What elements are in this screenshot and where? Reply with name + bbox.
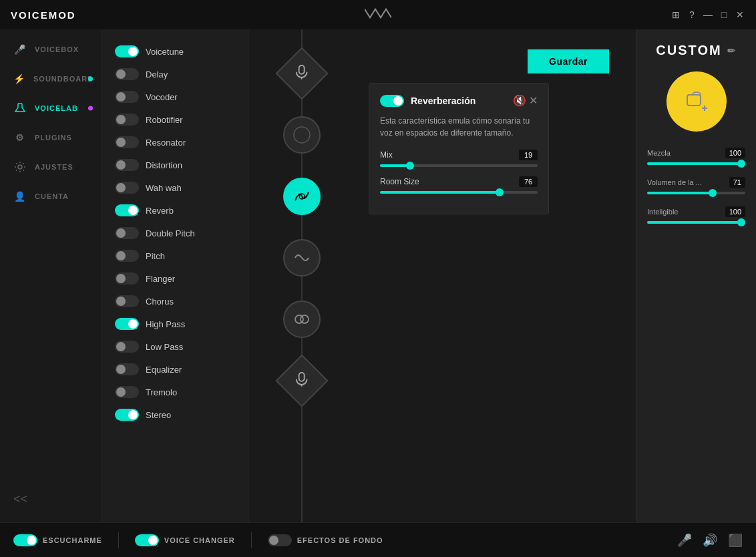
toggle-voicetune[interactable] (115, 45, 139, 57)
sidebar-item-voicebox[interactable]: 🎤 VOICEBOX (0, 35, 101, 64)
effect-row-equalizer[interactable]: Equalizer (102, 358, 248, 381)
effect-row-wahwah[interactable]: Wah wah (102, 176, 248, 199)
input-diamond-node[interactable] (275, 47, 328, 100)
close-icon[interactable]: ✕ (529, 94, 538, 107)
close-icon[interactable]: ✕ (735, 9, 745, 20)
sidebar-collapse-button[interactable]: << (0, 482, 101, 517)
toggle-equalizer[interactable] (115, 363, 139, 375)
toggle-robotifier[interactable] (115, 114, 139, 126)
sidebar-item-cuenta[interactable]: 👤 CUENTA (0, 182, 101, 211)
effect-label-vocoder: Vocoder (146, 92, 178, 102)
effect-label-robotifier: Robotifier (146, 115, 183, 125)
toggle-wahwah[interactable] (115, 182, 139, 194)
question-icon[interactable]: ? (687, 9, 697, 20)
mix-value: 19 (519, 150, 538, 160)
mezcla-track[interactable] (647, 162, 745, 165)
pipeline-node-rings[interactable] (283, 301, 321, 338)
pipeline-node-input[interactable] (283, 55, 321, 92)
reverb-toggle[interactable] (380, 95, 404, 107)
reverb-mute-close[interactable]: 🔇 ✕ (513, 94, 538, 107)
effect-label-delay: Delay (146, 69, 168, 79)
effect-row-distortion[interactable]: Distortion (102, 154, 248, 176)
toggle-highpass[interactable] (115, 318, 139, 330)
effect-row-chorus[interactable]: Chorus (102, 290, 248, 313)
mic-bottom-icon[interactable]: 🎤 (677, 533, 692, 548)
main-layout: 🎤 VOICEBOX ⚡ SOUNDBOARD VOICELAB ⚙ PLUGI… (0, 29, 756, 522)
effect-row-reverb[interactable]: Reverb (102, 199, 248, 222)
effect-row-resonator[interactable]: Resonator (102, 131, 248, 154)
window-controls: ⊞ ? — □ ✕ (671, 9, 745, 20)
effect-row-delay[interactable]: Delay (102, 63, 248, 85)
mix-slider-track[interactable] (380, 164, 538, 167)
avatar-add[interactable] (667, 71, 727, 132)
effect-row-highpass[interactable]: High Pass (102, 313, 248, 335)
escucharme-group: ESCUCHARME (13, 534, 102, 546)
effect-label-lowpass: Low Pass (146, 342, 183, 352)
rings-node[interactable] (283, 301, 321, 338)
wave-node[interactable] (283, 239, 321, 276)
effect-row-flanger[interactable]: Flanger (102, 267, 248, 290)
sidebar-label-soundboard: SOUNDBOARD (33, 75, 93, 83)
toggle-stereo[interactable] (115, 409, 139, 421)
inteligible-track[interactable] (647, 221, 745, 224)
reverb-node[interactable] (283, 178, 321, 215)
sidebar-item-ajustes[interactable]: AJUSTES (0, 152, 101, 182)
toggle-chorus[interactable] (115, 295, 139, 307)
pipeline-node-output[interactable] (283, 362, 321, 399)
right-panel: CUSTOM ✏ Mezcla 100 Volum (636, 29, 756, 522)
content-area: Guardar Reverberación 🔇 ✕ Esta caracterí… (355, 29, 636, 522)
toggle-flanger[interactable] (115, 272, 139, 285)
flask-icon (13, 102, 27, 115)
volumen-slider-section: Volumen de la ... 71 (647, 177, 745, 194)
output-diamond-node[interactable] (275, 354, 328, 407)
sidebar-item-soundboard[interactable]: ⚡ SOUNDBOARD (0, 64, 101, 94)
pipeline-node-circle1[interactable] (283, 116, 321, 154)
toggle-tremolo[interactable] (115, 386, 139, 398)
effect-node-1[interactable] (283, 116, 321, 154)
effect-row-vocoder[interactable]: Vocoder (102, 85, 248, 108)
toggle-distortion[interactable] (115, 159, 139, 171)
toggle-doublepitch[interactable] (115, 227, 139, 239)
sidebar-item-voicelab[interactable]: VOICELAB (0, 94, 101, 123)
pipeline-node-wave[interactable] (283, 239, 321, 276)
maximize-icon[interactable]: □ (719, 9, 729, 20)
sidebar-item-plugins[interactable]: ⚙ PLUGINS (0, 123, 101, 152)
custom-title-row: CUSTOM ✏ (656, 43, 736, 58)
volumen-value: 71 (729, 177, 745, 188)
effect-row-robotifier[interactable]: Robotifier (102, 108, 248, 131)
escucharme-toggle[interactable] (13, 534, 37, 546)
guardar-button[interactable]: Guardar (528, 49, 609, 73)
edit-icon[interactable]: ✏ (727, 45, 737, 56)
speaker-icon: 🔇 (513, 94, 526, 107)
pipeline-node-reverb[interactable] (283, 178, 321, 215)
toggle-pitch[interactable] (115, 250, 139, 262)
grid-icon[interactable]: ⊞ (671, 9, 681, 20)
effect-row-tremolo[interactable]: Tremolo (102, 381, 248, 403)
voice-changer-toggle[interactable] (135, 534, 159, 546)
volumen-header: Volumen de la ... 71 (647, 177, 745, 188)
toggle-lowpass[interactable] (115, 341, 139, 353)
toggle-vocoder[interactable] (115, 91, 139, 103)
effect-row-lowpass[interactable]: Low Pass (102, 335, 248, 358)
svg-rect-8 (299, 373, 305, 381)
effect-row-stereo[interactable]: Stereo (102, 403, 248, 426)
efectos-toggle[interactable] (268, 534, 292, 546)
roomsize-value: 76 (519, 176, 538, 187)
mezcla-header: Mezcla 100 (647, 148, 745, 158)
volumen-track[interactable] (647, 192, 745, 194)
toggle-delay[interactable] (115, 68, 139, 80)
effect-row-doublepitch[interactable]: Double Pitch (102, 222, 248, 244)
effect-row-pitch[interactable]: Pitch (102, 244, 248, 267)
speaker-bottom-icon[interactable]: 🔊 (703, 533, 717, 548)
toggle-reverb[interactable] (115, 204, 139, 216)
voicelab-dot (88, 106, 93, 111)
roomsize-slider-track[interactable] (380, 191, 538, 194)
effect-row-voicetune[interactable]: Voicetune (102, 40, 248, 63)
toggle-resonator[interactable] (115, 136, 139, 148)
sidebar-label-cuenta: CUENTA (35, 192, 69, 200)
bottom-right-icons: 🎤 🔊 ⬛ (677, 533, 743, 548)
minimize-icon[interactable]: — (703, 9, 713, 20)
mic-icon (295, 65, 309, 83)
roomsize-slider-thumb (496, 188, 504, 196)
share-bottom-icon[interactable]: ⬛ (728, 533, 743, 548)
